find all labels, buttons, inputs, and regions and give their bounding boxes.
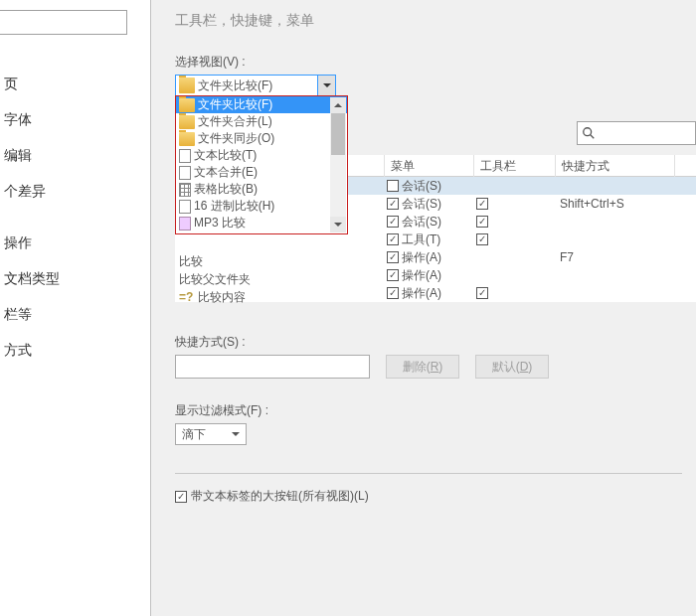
dropdown-item[interactable]: 文件夹比较(F) [176,96,347,113]
menu-checkbox[interactable] [387,180,399,192]
toolbar-checkbox[interactable] [476,216,488,228]
combo-value: 文件夹比较(F) [198,77,317,94]
dropdown-item[interactable]: 文本比较(T) [176,147,347,164]
sidebar-item[interactable]: 页 [0,67,150,102]
col-toolbar[interactable]: 工具栏 [474,155,556,177]
default-button[interactable]: 默认(D) [475,355,549,379]
list-item[interactable]: 比较父文件夹 [175,270,251,288]
dropdown-item[interactable]: 表格比较(B) [176,181,347,198]
toolbar-checkbox[interactable] [476,287,488,299]
toolbar-checkbox[interactable] [476,198,488,210]
list-item[interactable]: =?比较内容 [175,288,251,306]
dropdown-scrollbar[interactable] [330,97,346,232]
sidebar-item[interactable]: 方式 [0,333,150,369]
large-buttons-label: 带文本标签的大按钮(所有视图)(L) [191,488,369,505]
docs-icon [179,149,191,163]
note-icon [179,217,191,231]
menu-checkbox[interactable] [387,269,399,281]
svg-line-1 [591,135,595,139]
large-buttons-checkbox[interactable] [175,491,187,503]
folder-icon [179,98,195,112]
grid-icon [179,183,191,197]
menu-checkbox[interactable] [387,287,399,299]
scroll-thumb[interactable] [331,113,345,155]
page-title: 工具栏，快捷键，菜单 [175,12,696,30]
sidebar-item[interactable]: 操作 [0,226,150,261]
table-row[interactable]: 操作(A)F7 [175,248,696,266]
menu-checkbox[interactable] [387,251,399,263]
dropdown-item[interactable]: 文本合并(E) [176,164,347,181]
delete-button[interactable]: 删除(R) [386,355,459,379]
shortcut-label: 快捷方式(S) : [175,334,696,351]
filter-mode-label: 显示过滤模式(F) : [175,402,696,419]
table-row[interactable]: 操作(A) [175,284,696,302]
folder-icon [179,115,195,129]
docs-icon [179,166,191,180]
dropdown-item[interactable]: 16 进制比较(H) [176,198,347,215]
scroll-up-button[interactable] [330,97,346,113]
main-panel: 工具栏，快捷键，菜单 选择视图(V) : 文件夹比较(F) 文件夹比较(F)文件… [151,0,696,616]
select-view-label: 选择视图(V) : [175,54,696,71]
chevron-down-icon[interactable] [317,76,335,95]
sidebar-item[interactable]: 字体 [0,102,150,138]
sidebar-item[interactable]: 栏等 [0,297,150,333]
compare-icon: =? [179,290,193,304]
folder-icon [179,77,195,93]
list-item[interactable]: 比较 [175,252,251,270]
filter-mode-select[interactable]: 滴下 [175,423,247,445]
menu-checkbox[interactable] [387,233,399,245]
shortcut-input[interactable] [175,355,370,379]
sidebar-item[interactable]: 文档类型 [0,261,150,297]
view-combobox[interactable]: 文件夹比较(F) [175,75,336,96]
sidebar-item[interactable]: 个差异 [0,174,150,210]
sidebar: 页 字体 编辑 个差异 操作 文档类型 栏等 方式 [0,0,151,616]
divider [175,473,682,474]
menu-checkbox[interactable] [387,198,399,210]
command-list-extra: 比较 比较父文件夹 =?比较内容 [175,252,251,306]
folder-icon [179,132,195,146]
docs-icon [179,200,191,214]
search-icon [582,126,596,140]
view-dropdown: 文件夹比较(F)文件夹合并(L)文件夹同步(O)文本比较(T)文本合并(E)表格… [175,95,348,234]
table-row[interactable]: 操作(A) [175,266,696,284]
col-shortcut[interactable]: 快捷方式 [556,155,675,177]
toolbar-checkbox[interactable] [476,233,488,245]
scroll-down-button[interactable] [330,217,346,232]
dropdown-item[interactable]: MP3 比较 [176,215,347,231]
dropdown-item[interactable]: 文件夹同步(O) [176,130,347,147]
svg-point-0 [584,128,592,136]
menu-checkbox[interactable] [387,216,399,228]
search-input[interactable] [577,121,696,145]
sidebar-search-input[interactable] [0,10,127,35]
dropdown-item[interactable]: 文件夹合并(L) [176,113,347,130]
sidebar-item[interactable]: 编辑 [0,138,150,174]
col-menu[interactable]: 菜单 [385,155,474,177]
